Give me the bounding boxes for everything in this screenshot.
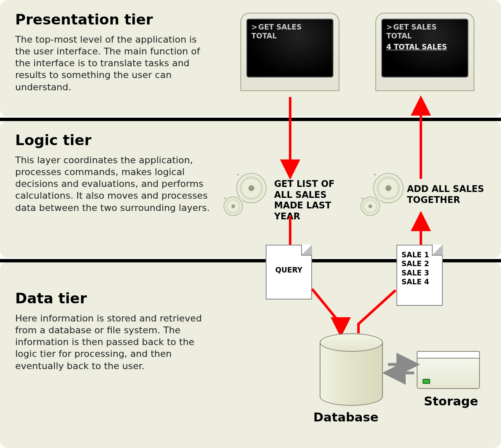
storage-led-icon: [423, 379, 430, 384]
monitor-icon-output: >GET SALES TOTAL 4 TOTAL SALES: [375, 13, 474, 91]
document-query-label: QUERY: [275, 266, 302, 274]
terminal-result: 4 TOTAL SALES: [386, 43, 463, 51]
document-icon-results: SALE 1 SALE 2 SALE 3 SALE 4: [396, 245, 443, 306]
database-label: Database: [313, 410, 378, 424]
gears-icon-right: [361, 173, 409, 219]
document-icon-query: QUERY: [266, 245, 312, 300]
result-row: SALE 3: [401, 269, 438, 278]
gears-icon-left: [224, 173, 272, 219]
result-row: SALE 4: [401, 278, 438, 286]
terminal-prompt: >: [251, 23, 257, 31]
logic-tier-desc: This layer coordinates the application, …: [15, 154, 213, 214]
terminal-command: GET SALES TOTAL: [386, 23, 436, 40]
terminal-screen-output: >GET SALES TOTAL 4 TOTAL SALES: [381, 19, 469, 78]
tier-divider-1: [0, 118, 501, 121]
presentation-tier-desc: The top-most level of the application is…: [15, 34, 213, 93]
terminal-prompt: >: [386, 23, 392, 31]
logic-tier-title: Logic tier: [15, 132, 486, 148]
data-tier-desc: Here information is stored and retrieved…: [15, 313, 213, 372]
logic-action-left: GET LIST OF ALL SALES MADE LAST YEAR: [274, 179, 354, 222]
three-tier-architecture-diagram: Presentation tier The top-most level of …: [0, 0, 501, 448]
result-row: SALE 2: [401, 259, 438, 268]
storage-label: Storage: [424, 394, 478, 408]
storage-icon: [417, 351, 480, 389]
database-icon: [320, 333, 383, 407]
monitor-icon-input: >GET SALES TOTAL: [240, 13, 339, 91]
terminal-command: GET SALES TOTAL: [251, 23, 302, 40]
logic-action-right: ADD ALL SALES TOGETHER: [407, 184, 487, 205]
terminal-screen-input: >GET SALES TOTAL: [246, 19, 334, 78]
